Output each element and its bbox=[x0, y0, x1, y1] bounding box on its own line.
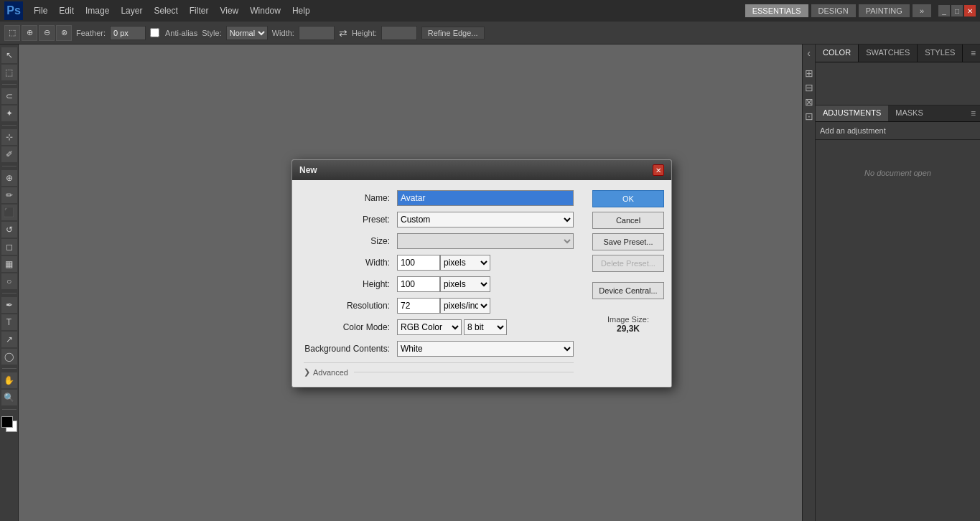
dialog-form: Name: Preset: Custom Default Photoshop S… bbox=[292, 180, 585, 387]
path-select-tool[interactable]: ↗ bbox=[1, 332, 17, 347]
crop-tool[interactable]: ⊹ bbox=[1, 129, 17, 145]
preset-row: Preset: Custom Default Photoshop Size US… bbox=[304, 212, 574, 227]
height-input[interactable] bbox=[397, 276, 440, 292]
panel-icon-1[interactable]: ⊞ bbox=[803, 67, 815, 79]
width-input[interactable] bbox=[397, 255, 440, 271]
collapse-panel-icon[interactable]: ‹ bbox=[803, 47, 815, 59]
panel-icon-4[interactable]: ⊡ bbox=[803, 111, 815, 122]
bg-contents-label: Background Contents: bbox=[304, 344, 397, 354]
adj-tab-menu-icon[interactable]: ≡ bbox=[966, 105, 980, 121]
width-row: Width: pixels inches cm mm bbox=[304, 255, 574, 271]
zoom-tool[interactable]: 🔍 bbox=[1, 390, 17, 405]
magic-wand-tool[interactable]: ✦ bbox=[1, 105, 17, 121]
mode-painting[interactable]: PAINTING bbox=[859, 4, 910, 17]
dialog-title: New bbox=[299, 165, 317, 175]
clone-stamp-tool[interactable]: ⬛ bbox=[1, 205, 17, 220]
eyedropper-tool[interactable]: ✐ bbox=[1, 146, 17, 162]
resolution-input[interactable] bbox=[397, 298, 440, 314]
feather-input[interactable] bbox=[110, 26, 146, 40]
dialog-titlebar: New ✕ bbox=[292, 160, 671, 180]
add-adjustment-title: Add an adjustment bbox=[816, 122, 980, 140]
height-input[interactable] bbox=[381, 26, 417, 40]
style-label: Style: bbox=[202, 29, 222, 37]
menu-layer[interactable]: Layer bbox=[116, 4, 147, 17]
intersect-selection-icon[interactable]: ⊗ bbox=[56, 25, 72, 41]
preset-label: Preset: bbox=[304, 215, 397, 225]
subtract-selection-icon[interactable]: ⊖ bbox=[39, 25, 55, 41]
resolution-row: Resolution: pixels/inch pixels/cm bbox=[304, 298, 574, 314]
text-tool[interactable]: T bbox=[1, 314, 17, 330]
dialog-close-button[interactable]: ✕ bbox=[653, 164, 664, 176]
menu-help[interactable]: Help bbox=[287, 4, 315, 17]
right-panel-area: ‹ ⊞ ⊟ ⊠ ⊡ COLOR SWATCHES STYLES ≡ ADJUST… bbox=[802, 44, 980, 521]
menu-file[interactable]: File bbox=[29, 4, 52, 17]
panel-icon-3[interactable]: ⊠ bbox=[803, 96, 815, 108]
refine-edge-button[interactable]: Refine Edge... bbox=[421, 27, 485, 39]
tab-masks[interactable]: MASKS bbox=[888, 105, 930, 121]
size-select[interactable] bbox=[397, 233, 574, 249]
dodge-tool[interactable]: ○ bbox=[1, 273, 17, 289]
preset-select[interactable]: Custom Default Photoshop Size US Paper I… bbox=[397, 212, 574, 227]
device-central-button[interactable]: Device Central... bbox=[592, 282, 664, 299]
minimize-button[interactable]: _ bbox=[938, 5, 950, 17]
dialog-body: Name: Preset: Custom Default Photoshop S… bbox=[292, 180, 671, 387]
size-select-wrap bbox=[397, 233, 574, 249]
rect-marquee-icon[interactable]: ⬚ bbox=[4, 25, 20, 41]
height-label: Height: bbox=[352, 29, 377, 37]
panel-icon-2[interactable]: ⊟ bbox=[803, 82, 815, 93]
brush-tool[interactable]: ✏ bbox=[1, 187, 17, 203]
add-selection-icon[interactable]: ⊕ bbox=[22, 25, 37, 41]
save-preset-button[interactable]: Save Preset... bbox=[592, 233, 664, 250]
name-input[interactable] bbox=[397, 190, 574, 206]
menu-image[interactable]: Image bbox=[80, 4, 114, 17]
color-mode-select[interactable]: RGB Color Bitmap Grayscale CMYK Color La… bbox=[397, 319, 462, 335]
gradient-tool[interactable]: ▦ bbox=[1, 256, 17, 272]
cancel-button[interactable]: Cancel bbox=[592, 212, 664, 229]
ok-button[interactable]: OK bbox=[592, 190, 664, 207]
name-label: Name: bbox=[304, 193, 397, 203]
panel-tabs: COLOR SWATCHES STYLES ≡ bbox=[816, 44, 980, 62]
mode-more[interactable]: » bbox=[913, 4, 931, 17]
style-select[interactable]: Normal bbox=[226, 26, 268, 40]
tab-styles[interactable]: STYLES bbox=[918, 44, 963, 62]
delete-preset-button[interactable]: Delete Preset... bbox=[592, 255, 664, 272]
foreground-color-swatch[interactable] bbox=[1, 416, 13, 428]
menu-filter[interactable]: Filter bbox=[185, 4, 214, 17]
left-toolbar: ↖ ⬚ ⊂ ✦ ⊹ ✐ ⊕ ✏ ⬛ ↺ ◻ ▦ ○ ✒ T ↗ ◯ ✋ 🔍 bbox=[0, 44, 19, 521]
tab-adjustments[interactable]: ADJUSTMENTS bbox=[816, 105, 888, 121]
foreground-background-colors[interactable] bbox=[1, 416, 17, 432]
menu-view[interactable]: View bbox=[215, 4, 243, 17]
eraser-tool[interactable]: ◻ bbox=[1, 239, 17, 255]
tab-swatches[interactable]: SWATCHES bbox=[859, 44, 918, 62]
height-unit-select[interactable]: pixels inches cm mm bbox=[440, 276, 490, 292]
menu-bar: Ps File Edit Image Layer Select Filter V… bbox=[0, 0, 980, 22]
hand-tool[interactable]: ✋ bbox=[1, 372, 17, 388]
bg-contents-select[interactable]: White Background Color Transparent bbox=[397, 341, 574, 357]
mode-essentials[interactable]: ESSENTIALS bbox=[745, 4, 808, 17]
bit-depth-select[interactable]: 8 bit 16 bit 32 bit bbox=[464, 319, 507, 335]
anti-alias-checkbox[interactable] bbox=[150, 28, 159, 37]
panel-tab-menu-icon[interactable]: ≡ bbox=[966, 44, 980, 62]
shape-tool[interactable]: ◯ bbox=[1, 349, 17, 365]
close-button[interactable]: ✕ bbox=[964, 5, 976, 17]
tab-color[interactable]: COLOR bbox=[816, 44, 859, 62]
lasso-tool[interactable]: ⊂ bbox=[1, 88, 17, 104]
pen-tool[interactable]: ✒ bbox=[1, 297, 17, 313]
healing-brush-tool[interactable]: ⊕ bbox=[1, 170, 17, 186]
resolution-label: Resolution: bbox=[304, 301, 397, 311]
menu-select[interactable]: Select bbox=[149, 4, 182, 17]
resolution-unit-select[interactable]: pixels/inch pixels/cm bbox=[440, 298, 490, 314]
marquee-tool[interactable]: ⬚ bbox=[1, 65, 17, 80]
image-size-area: Image Size: 29,3K bbox=[592, 315, 664, 334]
move-tool[interactable]: ↖ bbox=[1, 47, 17, 63]
width-input[interactable] bbox=[299, 26, 335, 40]
mode-design[interactable]: DESIGN bbox=[811, 4, 856, 17]
menu-window[interactable]: Window bbox=[245, 4, 286, 17]
maximize-button[interactable]: □ bbox=[951, 5, 963, 17]
menu-edit[interactable]: Edit bbox=[54, 4, 79, 17]
width-unit-select[interactable]: pixels inches cm mm bbox=[440, 255, 490, 271]
selection-style-icons: ⬚ ⊕ ⊖ ⊗ bbox=[4, 25, 72, 41]
color-panel-content bbox=[816, 62, 980, 105]
history-brush-tool[interactable]: ↺ bbox=[1, 222, 17, 238]
advanced-toggle[interactable]: ❯ Advanced bbox=[304, 367, 348, 377]
